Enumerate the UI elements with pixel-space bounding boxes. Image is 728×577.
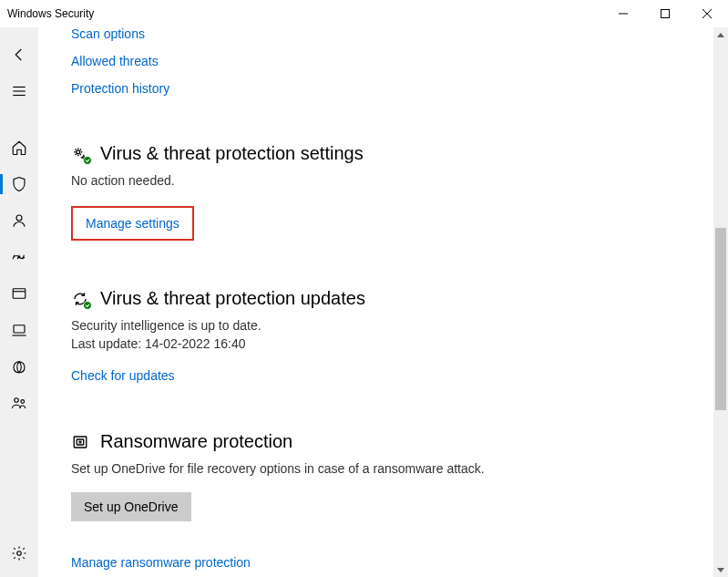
manage-settings-highlight: Manage settings: [71, 206, 194, 241]
check-badge-icon: [83, 301, 92, 310]
device-performance-nav[interactable]: [0, 352, 38, 381]
virus-protection-nav[interactable]: [0, 170, 38, 199]
ransomware-icon: [71, 433, 89, 451]
window-controls: [602, 0, 728, 27]
svg-point-15: [17, 551, 22, 556]
settings-desc: No action needed.: [71, 173, 728, 188]
allowed-threats-link[interactable]: Allowed threats: [71, 54, 728, 68]
account-protection-nav[interactable]: [0, 206, 38, 235]
svg-point-7: [16, 215, 22, 221]
scroll-down-icon[interactable]: [713, 562, 728, 577]
protection-history-link[interactable]: Protection history: [71, 81, 728, 96]
home-nav[interactable]: [0, 133, 38, 162]
device-security-nav[interactable]: [0, 315, 38, 345]
maximize-button[interactable]: [644, 0, 686, 27]
ransomware-section: Ransomware protection Set up OneDrive fo…: [71, 431, 728, 571]
scrollbar[interactable]: [713, 27, 728, 577]
svg-point-14: [21, 400, 25, 404]
settings-section: Virus & threat protection settings No ac…: [71, 143, 728, 241]
window-title: Windows Security: [7, 7, 602, 20]
svg-point-13: [15, 398, 19, 403]
check-updates-link[interactable]: Check for updates: [71, 368, 175, 383]
scan-options-link[interactable]: Scan options: [71, 27, 728, 41]
scrollbar-thumb[interactable]: [715, 228, 726, 410]
ransomware-title: Ransomware protection: [100, 431, 292, 452]
settings-title: Virus & threat protection settings: [100, 143, 364, 164]
svg-point-16: [77, 149, 80, 153]
svg-rect-19: [77, 439, 84, 445]
manage-ransomware-link[interactable]: Manage ransomware protection: [71, 555, 251, 570]
settings-icon: [71, 145, 89, 163]
updates-last: Last update: 14-02-2022 16:40: [71, 336, 728, 351]
svg-rect-11: [14, 325, 25, 333]
sidebar: [0, 27, 38, 577]
titlebar: Windows Security: [0, 0, 728, 27]
check-badge-icon: [83, 156, 92, 165]
updates-desc: Security intelligence is up to date.: [71, 318, 728, 333]
svg-rect-1: [661, 10, 670, 18]
updates-icon: [71, 290, 89, 308]
close-button[interactable]: [686, 0, 728, 27]
manage-settings-link[interactable]: Manage settings: [86, 216, 179, 231]
ransomware-desc: Set up OneDrive for file recovery option…: [71, 461, 728, 476]
back-button[interactable]: [0, 40, 38, 69]
app-browser-nav[interactable]: [0, 279, 38, 308]
minimize-button[interactable]: [602, 0, 644, 27]
firewall-nav[interactable]: [0, 242, 38, 272]
settings-nav[interactable]: [0, 539, 38, 568]
top-links: Scan options Allowed threats Protection …: [71, 27, 728, 96]
updates-title: Virus & threat protection updates: [100, 288, 365, 309]
main-content: Scan options Allowed threats Protection …: [38, 27, 728, 577]
family-options-nav[interactable]: [0, 388, 38, 417]
svg-rect-9: [13, 289, 26, 299]
menu-button[interactable]: [0, 77, 38, 106]
updates-section: Virus & threat protection updates Securi…: [71, 288, 728, 384]
setup-onedrive-button[interactable]: Set up OneDrive: [71, 492, 191, 521]
scroll-up-icon[interactable]: [713, 27, 728, 42]
svg-rect-18: [74, 437, 87, 448]
